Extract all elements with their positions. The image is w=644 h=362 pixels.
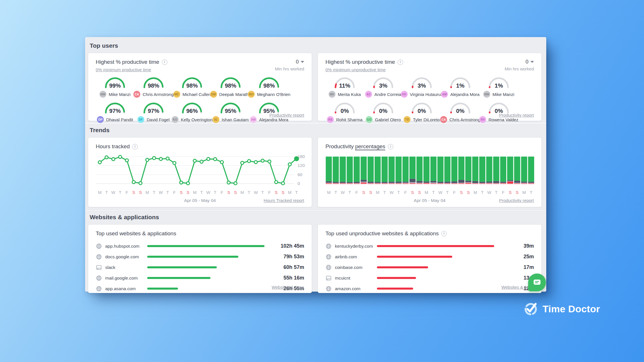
- dashboard-screenshot: Top users Highest % productive timei 0% …: [85, 37, 546, 292]
- globe-icon: [325, 286, 332, 292]
- site-usage-bar: [377, 256, 452, 258]
- min-hrs-label: Min hrs worked: [275, 66, 304, 71]
- user-gauge: 3%VHVirginia Hutauruk: [402, 76, 441, 100]
- site-usage-bar-track: [147, 266, 264, 268]
- gauge-percent-value: 0%: [341, 108, 349, 114]
- svg-text:M: M: [193, 190, 197, 195]
- line-chart-svg: 180120600MTWTFSSMTWTFSSMTWTFSSMTWTFSSMT: [96, 154, 305, 197]
- gauge-arc: 98%: [258, 76, 280, 88]
- svg-text:60: 60: [298, 172, 302, 177]
- hours-tracked-report-link[interactable]: Hours Tracked report: [264, 198, 304, 203]
- user-name: Deepak Maratha: [219, 92, 251, 97]
- application-window-icon: [325, 275, 332, 281]
- min-hrs-dropdown[interactable]: 0: [275, 59, 304, 65]
- svg-text:T: T: [495, 190, 497, 195]
- gauge-percent-value: 98%: [225, 82, 236, 89]
- section-title-trends: Trends: [85, 124, 546, 134]
- svg-text:120: 120: [298, 163, 305, 168]
- globe-icon-wrap: [96, 275, 103, 281]
- min-hrs-dropdown[interactable]: 0: [505, 59, 534, 65]
- user-name: Kelly Overington: [181, 117, 212, 122]
- gauge-percent-value: 11%: [339, 82, 350, 89]
- gauge-user-row: KOKelly Overington: [172, 116, 212, 123]
- gauge-user-row: IGIshan Gautam: [212, 116, 249, 123]
- gauge-percent-value: 3%: [379, 82, 388, 89]
- gauge-user-row: MOMeghann O'Brien: [248, 91, 290, 98]
- gauge-arc: 11%: [334, 76, 356, 88]
- svg-text:T: T: [348, 190, 351, 195]
- svg-text:S: S: [362, 190, 365, 195]
- gauge-user-row: RSRohit Sharma: [327, 116, 363, 123]
- user-name: David Fogel: [147, 117, 170, 122]
- avatar: RS: [327, 116, 334, 123]
- min-productive-time-link[interactable]: 0% minimum productive time: [96, 67, 151, 72]
- gauge-user-row: VHVirginia Hutauruk: [401, 91, 443, 98]
- svg-text:W: W: [438, 190, 443, 195]
- websites-cards: Top used websites & applications app.hub…: [88, 224, 542, 293]
- svg-text:T: T: [481, 190, 484, 195]
- gauge-percent-value: 98%: [263, 82, 275, 89]
- chat-launcher-button[interactable]: [528, 274, 546, 291]
- info-icon[interactable]: i: [441, 231, 447, 236]
- card-highest-unproductive-time: Highest % unproductive timei 0% minimum …: [318, 53, 542, 121]
- avatar: DM: [210, 91, 217, 98]
- site-usage-bar: [147, 245, 264, 247]
- chevron-down-icon: [530, 61, 534, 63]
- site-row: airbnb.com25m: [325, 251, 534, 262]
- productivity-report-link[interactable]: Productivity report: [269, 113, 304, 118]
- info-icon[interactable]: i: [398, 59, 403, 65]
- info-icon[interactable]: i: [388, 144, 393, 149]
- avatar: CA: [133, 91, 140, 98]
- gauge-user-row: MMMike Manzi: [99, 91, 131, 98]
- info-icon[interactable]: i: [132, 144, 138, 149]
- svg-text:T: T: [383, 190, 386, 195]
- card-hours-tracked: Hours trackedi 180120600MTWTFSSMTWTFSSMT…: [88, 137, 312, 207]
- card-header: Hours trackedi: [96, 143, 304, 150]
- svg-text:F: F: [221, 190, 223, 195]
- trends-cards: Hours trackedi 180120600MTWTFSSMTWTFSSMT…: [88, 137, 542, 207]
- hours-tracked-line-chart[interactable]: 180120600MTWTFSSMTWTFSSMTWTFSSMTWTFSSMT: [96, 154, 304, 197]
- svg-text:T: T: [432, 190, 435, 195]
- gauge-arc: 1%: [488, 76, 510, 88]
- globe-icon-wrap: [96, 254, 103, 260]
- site-row: coinbase.com17m: [325, 262, 534, 273]
- info-icon[interactable]: i: [162, 59, 167, 65]
- site-usage-bar-track: [147, 256, 264, 258]
- page-background: Top users Highest % productive timei 0% …: [0, 0, 644, 362]
- user-name: Andre Correia: [374, 92, 401, 97]
- user-name: Michael Cullen: [183, 92, 211, 97]
- avatar: MK: [329, 91, 336, 98]
- gauge-arc: 95%: [258, 101, 280, 113]
- svg-text:M: M: [145, 190, 149, 195]
- gauge-percent-value: 1%: [456, 82, 465, 89]
- globe-icon: [96, 243, 102, 249]
- productivity-report-link[interactable]: Productivity report: [499, 113, 534, 118]
- svg-text:S: S: [369, 190, 372, 195]
- user-gauge: 11%MKMerita Kuka: [325, 76, 364, 100]
- gauge-grid-productive: 99%MMMike Manzi98%CAChris Armstrong98%MC…: [96, 76, 288, 127]
- gauge-arc: 3%: [411, 76, 433, 88]
- gauge-arc: 0%: [334, 101, 356, 113]
- user-gauge: 0%RSRohit Sharma: [325, 101, 364, 125]
- svg-text:T: T: [530, 190, 532, 195]
- websites-apps-link[interactable]: Websites & Apps: [272, 285, 304, 290]
- min-unproductive-time-link[interactable]: 0% minimum unproductive time: [325, 67, 386, 72]
- gauge-user-row: DPDhaval Pandit: [97, 116, 133, 123]
- svg-text:T: T: [446, 190, 449, 195]
- site-time-value: 102h 45m: [272, 243, 304, 249]
- gauge-user-row: TDTyler DiLoreto: [404, 116, 440, 123]
- globe-icon-wrap: [96, 243, 103, 249]
- svg-text:F: F: [404, 190, 407, 195]
- user-name: Dhaval Pandit: [106, 117, 133, 122]
- svg-text:S: S: [509, 190, 512, 195]
- site-label: app.asana.com: [105, 286, 147, 291]
- svg-text:0: 0: [298, 181, 300, 186]
- card-title-unproductive: Highest % unproductive time: [325, 59, 395, 65]
- svg-text:W: W: [111, 190, 116, 195]
- site-time-value: 25m: [502, 254, 534, 260]
- productivity-stacked-bar-chart[interactable]: MTWTFSSMTWTFSSMTWTFSSMTWTFSSMT: [325, 154, 534, 197]
- site-usage-bar-track: [147, 245, 264, 247]
- gauge-arc: 97%: [143, 101, 164, 113]
- user-name: Rohit Sharma: [336, 117, 363, 122]
- productivity-report-link[interactable]: Productivity report: [499, 198, 534, 203]
